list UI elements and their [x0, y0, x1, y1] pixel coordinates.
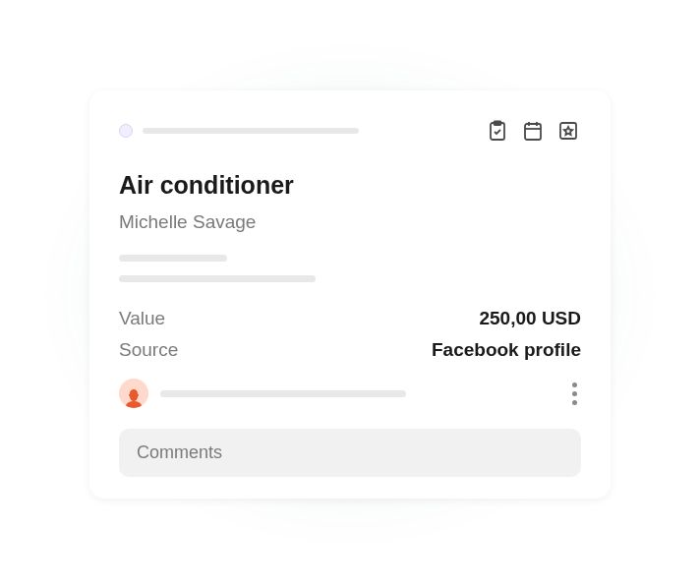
- contact-name: Michelle Savage: [119, 211, 581, 233]
- star-icon[interactable]: [555, 118, 581, 144]
- source-value: Facebook profile: [432, 339, 581, 361]
- card-action-icons: [485, 118, 581, 144]
- skeleton-line-short: [119, 255, 227, 262]
- comments-input[interactable]: Comments: [119, 429, 581, 477]
- value-amount: 250,00 USD: [479, 308, 581, 329]
- more-vertical-icon[interactable]: [568, 379, 581, 409]
- source-row: Source Facebook profile: [119, 339, 581, 361]
- card-header-row: [119, 118, 581, 144]
- status-indicator: [119, 124, 133, 138]
- comments-placeholder: Comments: [137, 442, 222, 462]
- skeleton-line-long: [119, 275, 316, 282]
- svg-point-7: [126, 401, 142, 408]
- owner-avatar[interactable]: [119, 379, 148, 408]
- deal-title: Air conditioner: [119, 171, 581, 200]
- owner-row: [119, 379, 581, 409]
- value-label: Value: [119, 308, 165, 329]
- card-header-left: [119, 124, 359, 138]
- source-label: Source: [119, 339, 178, 361]
- svg-rect-2: [525, 124, 541, 140]
- calendar-icon[interactable]: [520, 118, 546, 144]
- owner-left: [119, 379, 406, 408]
- value-row: Value 250,00 USD: [119, 308, 581, 329]
- title-placeholder-bar: [143, 128, 359, 134]
- clipboard-check-icon[interactable]: [485, 118, 510, 144]
- deal-card: Air conditioner Michelle Savage Value 25…: [89, 90, 611, 499]
- skeleton-lines: [119, 255, 581, 282]
- owner-name-placeholder: [160, 390, 406, 397]
